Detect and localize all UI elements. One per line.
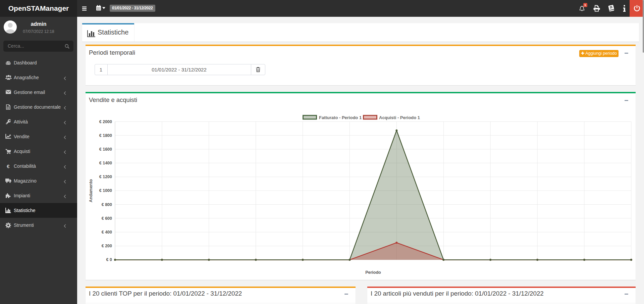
svg-text:€ 1800: € 1800 <box>99 133 112 138</box>
svg-text:Periodo: Periodo <box>365 270 381 275</box>
svg-text:Acquisti - Periodo 1: Acquisti - Periodo 1 <box>379 115 420 120</box>
svg-text:Andamento: Andamento <box>89 179 93 202</box>
svg-text:Fatturato - Periodo 1: Fatturato - Periodo 1 <box>319 115 362 120</box>
svg-text:€ 1200: € 1200 <box>99 174 112 179</box>
svg-text:€ 0: € 0 <box>106 257 112 262</box>
svg-text:€ 1000: € 1000 <box>99 188 112 193</box>
svg-text:€ 1400: € 1400 <box>99 161 112 165</box>
svg-text:€ 400: € 400 <box>102 230 112 235</box>
svg-text:€ 2000: € 2000 <box>99 119 112 124</box>
svg-text:€ 1600: € 1600 <box>99 147 112 152</box>
svg-text:€ 600: € 600 <box>102 216 112 221</box>
svg-text:€ 200: € 200 <box>102 244 112 248</box>
svg-text:€ 800: € 800 <box>102 202 112 207</box>
